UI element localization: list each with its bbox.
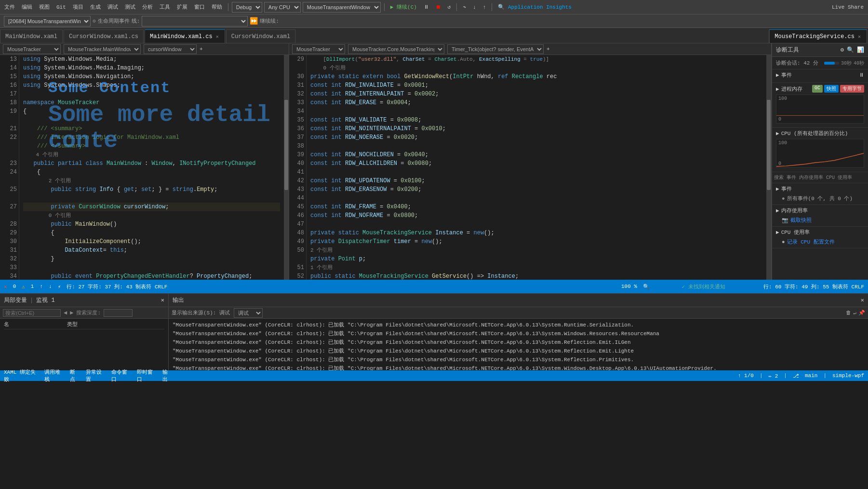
menu-view[interactable]: 视图 [37, 2, 52, 12]
menu-git[interactable]: Git [54, 3, 68, 11]
diag-settings-icon[interactable]: ⚙ [841, 46, 844, 54]
tab-close-icon[interactable]: ✕ [215, 34, 220, 40]
menu-analyze[interactable]: 分析 [140, 2, 155, 12]
tab-mousetracking-cs[interactable]: MouseTrackingService.cs ✕ [769, 29, 867, 43]
window-dropdown[interactable]: MouseTransparentWindow [303, 2, 381, 13]
menu-test[interactable]: 测试 [122, 2, 138, 12]
diag-search-icon[interactable]: 🔍 [847, 46, 854, 54]
cpu-config-link[interactable]: 记录 CPU 配置文件 [787, 238, 835, 245]
cpu-rate-triangle[interactable]: ▶ [776, 229, 779, 235]
separator4 [492, 3, 492, 11]
cpu-triangle[interactable]: ▶ [776, 130, 779, 136]
output-source-dropdown[interactable]: 调试 [234, 308, 263, 318]
right-member-dropdown[interactable]: Timer_Tick(object? sender, EventArg [447, 44, 544, 54]
step-over-btn[interactable]: ↷ [460, 3, 468, 11]
memory-rate-title: 内存使用率 [781, 207, 808, 214]
right-expand-icon[interactable]: + [547, 46, 550, 52]
events-triangle[interactable]: ▶ [776, 72, 779, 78]
all-events-bullet: ● [782, 196, 785, 202]
bottom-tab-immediate[interactable]: 即时窗口 [137, 368, 157, 383]
menu-help[interactable]: 帮助 [209, 2, 225, 12]
expand-icon[interactable]: + [200, 46, 203, 52]
main-layout: MouseTracker MouseTracker.MainWindow cur… [0, 43, 868, 280]
menu-file[interactable]: 文件 [2, 2, 17, 12]
menu-debug[interactable]: 调试 [105, 2, 120, 12]
nav-left-icon[interactable]: ◀ [64, 309, 67, 316]
right-namespace-dropdown[interactable]: MouseTracker [292, 44, 345, 54]
debug-mode-dropdown[interactable]: Debug [232, 2, 262, 13]
search-locals-input[interactable] [3, 309, 61, 317]
events-list-triangle[interactable]: ▶ [776, 186, 779, 192]
zoom-icon[interactable]: 🔍 [643, 284, 650, 290]
code-line [23, 116, 280, 124]
show-output-label: 显示输出来源(S): 调试 [172, 309, 230, 316]
scrollbar-thumb[interactable] [284, 100, 288, 190]
menu-extensions[interactable]: 扩展 [174, 2, 190, 12]
right-class-dropdown[interactable]: MouseTracker.Core.MouseTracking! [348, 44, 444, 54]
cpu-section: ▶ CPU (所有处理器的百分比) 100 0 [772, 128, 868, 172]
tab-mainwindow-xaml[interactable]: MainWindow.xaml [0, 29, 63, 43]
bottom-tab-breakpoints[interactable]: 断点 [70, 368, 80, 383]
output-close-icon[interactable]: ✕ [861, 297, 864, 304]
bottom-tab-exceptions[interactable]: 异常设置 [86, 368, 106, 383]
line-dropdown[interactable] [142, 16, 248, 27]
step-into-btn[interactable]: ↓ [470, 3, 479, 11]
right-code-area[interactable]: [DllImport("user32.dll", CharSet = CharS… [307, 55, 766, 280]
menu-window[interactable]: 窗口 [192, 2, 207, 12]
cpu-dropdown[interactable]: Any CPU [264, 2, 301, 13]
fast-chip: 快照 [824, 85, 839, 93]
word-wrap-icon[interactable]: ↵ [853, 310, 856, 316]
bottom-tab-callstack[interactable]: 调用堆栈 [44, 368, 64, 383]
nav-right-icon[interactable]: ▶ [70, 309, 73, 316]
menu-edit[interactable]: 编辑 [19, 2, 35, 12]
pause-btn[interactable]: ⏸ [421, 3, 431, 11]
tab-cursorwindow-xaml[interactable]: CursorWindow.xaml [226, 29, 295, 43]
diag-chart-icon[interactable]: 📊 [857, 46, 864, 54]
class-dropdown[interactable]: MouseTracker.MainWindow [64, 44, 141, 54]
continue-btn[interactable]: ▶ 继续(C) [388, 2, 419, 12]
snapshot-link[interactable]: 截取快照 [790, 217, 812, 224]
search-depth-input[interactable] [104, 309, 133, 317]
tab-cursorwindow-cs[interactable]: CursorWindow.xaml.cs [64, 29, 144, 43]
app-insights-btn[interactable]: 🔍 Application Insights [495, 3, 574, 11]
diagnostics-header: 诊断工具 ⚙ 🔍 📊 [772, 43, 868, 57]
output-line: "MouseTransparentWindow.exe" (CoreCLR: c… [173, 329, 864, 338]
restart-btn[interactable]: ↺ [445, 3, 454, 11]
tab-mainwindow-cs[interactable]: MainWindow.xaml.cs ✕ [145, 29, 225, 43]
right-scrollbar[interactable] [766, 55, 771, 280]
menu-project[interactable]: 项目 [70, 2, 86, 12]
output-title: 输出 [173, 296, 184, 304]
bottom-tab-xaml[interactable]: XAML 绑定失败 [4, 368, 39, 383]
live-share-btn[interactable]: Live Share [829, 3, 866, 11]
bottom-tab-output[interactable]: 输出 [162, 368, 173, 383]
menu-build[interactable]: 生成 [88, 2, 103, 12]
down-arrow-icon[interactable]: ↓ [49, 284, 52, 289]
menu-tools[interactable]: 工具 [157, 2, 173, 12]
stop-btn[interactable]: ⏹ [433, 3, 443, 11]
pin-icon[interactable]: 📌 [858, 310, 865, 316]
tab-close-icon2[interactable]: ✕ [857, 34, 862, 40]
action-icon[interactable]: ⚡ [58, 284, 61, 290]
memory-triangle[interactable]: ▶ [776, 86, 779, 92]
locals-close-icon[interactable]: ✕ [161, 297, 164, 304]
memory-rate-triangle[interactable]: ▶ [776, 207, 779, 214]
process-dropdown[interactable]: [20684] MouseTransparentWin [4, 16, 91, 27]
clear-icon[interactable]: 🗑 [846, 310, 851, 316]
editor-scrollbar[interactable] [284, 55, 289, 280]
namespace-dropdown[interactable]: MouseTracker [3, 44, 61, 54]
right-code-content: 29 30 31 32 33 34 35 36 37 38 39 40 41 4… [289, 55, 771, 280]
right-scrollbar-thumb[interactable] [767, 100, 771, 190]
code-line [310, 220, 762, 229]
code-line: InitializeComponent(); [23, 237, 280, 246]
member-dropdown[interactable]: cursorWindow [144, 44, 197, 54]
branch-icon[interactable]: ⎇ [793, 373, 799, 379]
bottom-tab-cmd[interactable]: 命令窗口 [111, 368, 131, 383]
code-area[interactable]: Some Content Some more detail conte usin… [19, 55, 284, 280]
code-line: const int RDW_NOFRAME = 0x0800; [310, 211, 762, 220]
debug-step-icon[interactable]: ⏩ [250, 17, 258, 25]
up-arrow-icon[interactable]: ↑ [40, 284, 43, 289]
code-line: { [23, 168, 280, 177]
pause-icon[interactable]: ⏸ [859, 72, 864, 78]
step-out-btn[interactable]: ↑ [481, 3, 489, 11]
code-line: using System.Windows.Navigation; [23, 72, 280, 81]
